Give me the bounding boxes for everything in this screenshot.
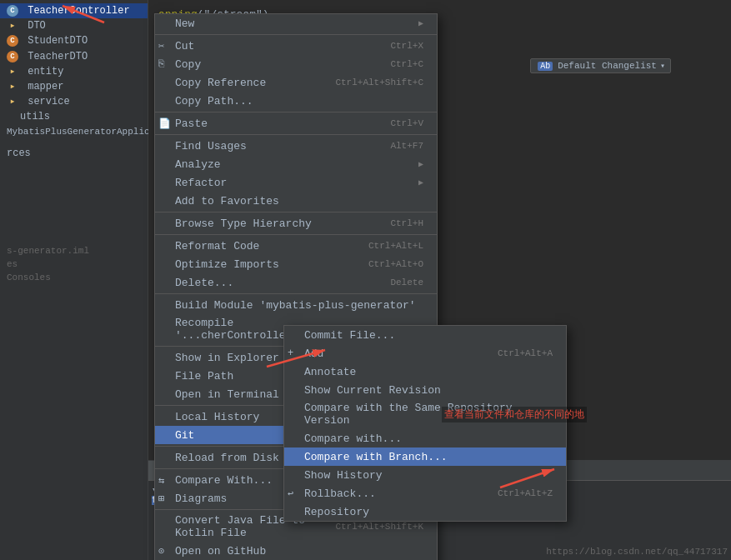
git-menu-show-history[interactable]: Show History — [284, 466, 566, 484]
menu-item-copy[interactable]: ⎘ Copy Ctrl+C — [155, 55, 437, 73]
class-icon: C — [7, 5, 18, 17]
menu-label: Annotate — [304, 366, 356, 378]
menu-item-copy-reference[interactable]: Copy Reference Ctrl+Alt+Shift+C — [155, 73, 437, 92]
shortcut: Ctrl+H — [370, 218, 423, 228]
default-changelist-widget[interactable]: Ab Default Changelist ▾ — [530, 58, 671, 73]
menu-label: Diagrams — [175, 492, 227, 505]
sidebar-item-utils[interactable]: utils — [0, 109, 148, 124]
menu-item-delete[interactable]: Delete... Delete — [155, 273, 437, 292]
sidebar-item-mybatis[interactable]: MybatisPlusGeneratorApplicati — [0, 124, 148, 139]
submenu-arrow: ▶ — [418, 18, 423, 28]
menu-label: Copy — [175, 58, 201, 71]
menu-item-add-favorites[interactable]: Add to Favorites — [155, 192, 437, 210]
menu-item-open-github[interactable]: ⊙ Open on GitHub — [155, 542, 437, 560]
folder-icon: ▸ — [7, 81, 18, 92]
sidebar-item-mapper[interactable]: ▸ mapper — [0, 79, 148, 94]
sidebar-item-teacher-controller[interactable]: C TeacherController — [0, 3, 148, 18]
shortcut: Ctrl+Alt+O — [348, 259, 423, 269]
submenu-arrow: ▶ — [418, 178, 423, 188]
git-menu-compare-same-repo[interactable]: Compare with the Same Repository Version — [284, 399, 566, 429]
ab-badge: Ab — [538, 62, 553, 71]
sidebar-item-entity[interactable]: ▸ entity — [0, 64, 148, 79]
menu-label: Reformat Code — [175, 240, 259, 252]
git-menu-compare-branch[interactable]: Compare with Branch... — [284, 448, 566, 466]
sidebar-iml: s-generator.iml — [0, 244, 148, 258]
menu-label: Compare with the Same Repository Version — [304, 402, 553, 427]
class-icon: C — [7, 51, 18, 62]
shortcut: Ctrl+Alt+Shift+K — [315, 522, 423, 532]
git-menu-show-current[interactable]: Show Current Revision — [284, 381, 566, 399]
menu-item-build-module[interactable]: Build Module 'mybatis-plus-generator' — [155, 296, 437, 314]
menu-item-new[interactable]: New ▶ — [155, 14, 437, 32]
menu-label: Find Usages — [175, 140, 247, 152]
menu-label: Refactor — [175, 177, 227, 189]
git-menu-annotate[interactable]: Annotate — [284, 362, 566, 381]
git-menu-add[interactable]: + Add Ctrl+Alt+A — [284, 344, 566, 362]
menu-item-optimize-imports[interactable]: Optimize Imports Ctrl+Alt+O — [155, 255, 437, 273]
menu-label: Analyze — [175, 158, 221, 171]
dropdown-arrow: ▾ — [660, 61, 665, 71]
menu-item-copy-path[interactable]: Copy Path... — [155, 92, 437, 110]
menu-item-find-usages[interactable]: Find Usages Alt+F7 — [155, 137, 437, 155]
sidebar-item-dto[interactable]: ▸ DTO — [0, 18, 148, 33]
menu-item-paste[interactable]: 📄 Paste Ctrl+V — [155, 114, 437, 132]
menu-label: New — [175, 18, 194, 30]
menu-label: Optimize Imports — [175, 258, 279, 271]
changelist-label: Default Changelist — [558, 61, 657, 71]
menu-label: Copy Reference — [175, 77, 266, 89]
menu-item-cut[interactable]: ✂ Cut Ctrl+X — [155, 37, 437, 55]
project-sidebar: C TeacherController ▸ DTO C StudentDTO C… — [0, 0, 148, 560]
menu-label: Show in Explorer — [175, 352, 279, 364]
separator-3 — [155, 134, 437, 135]
menu-label: Compare with Branch... — [304, 451, 448, 463]
separator-1 — [155, 34, 437, 35]
shortcut: Delete — [370, 278, 423, 288]
menu-label: Add to Favorites — [175, 195, 279, 208]
menu-item-browse-hierarchy[interactable]: Browse Type Hierarchy Ctrl+H — [155, 214, 437, 232]
shortcut: Ctrl+Alt+A — [478, 348, 553, 358]
submenu-arrow: ▶ — [418, 159, 423, 169]
class-icon: C — [7, 35, 18, 47]
shortcut: Ctrl+Alt+L — [348, 241, 423, 251]
menu-label: Show Current Revision — [304, 384, 441, 397]
menu-label: Add — [304, 348, 323, 360]
cut-icon: ✂ — [158, 40, 164, 52]
menu-label: Reload from Disk — [175, 452, 279, 464]
sidebar-es: es — [0, 258, 148, 271]
git-submenu: Commit File... + Add Ctrl+Alt+A Annotate… — [283, 325, 567, 522]
menu-item-analyze[interactable]: Analyze ▶ — [155, 155, 437, 173]
menu-label: Local History — [175, 411, 259, 423]
git-menu-commit[interactable]: Commit File... — [284, 326, 566, 344]
shortcut: Ctrl+Alt+Z — [478, 488, 553, 498]
paste-icon: 📄 — [158, 118, 171, 130]
git-menu-compare-with[interactable]: Compare with... — [284, 429, 566, 448]
git-menu-rollback[interactable]: ↩ Rollback... Ctrl+Alt+Z — [284, 484, 566, 502]
menu-label: Commit File... — [304, 329, 395, 342]
shortcut: Ctrl+X — [370, 41, 423, 51]
sidebar-item-student-dto[interactable]: C StudentDTO — [0, 33, 148, 48]
sidebar-consoles: Consoles — [0, 271, 148, 284]
compare-icon: ⇆ — [158, 474, 164, 487]
git-menu-repository[interactable]: Repository — [284, 502, 566, 521]
copy-icon: ⎘ — [158, 58, 164, 70]
menu-label: Delete... — [175, 277, 233, 289]
diagram-icon: ⊞ — [158, 492, 164, 505]
folder-icon: ▸ — [7, 96, 18, 108]
menu-label: Open in Terminal — [175, 388, 279, 401]
github-icon: ⊙ — [158, 545, 164, 558]
shortcut: Ctrl+C — [370, 59, 423, 69]
separator-4 — [155, 212, 437, 212]
menu-label: File Path — [175, 370, 233, 382]
menu-item-refactor[interactable]: Refactor ▶ — [155, 173, 437, 192]
sidebar-item-service[interactable]: ▸ service — [0, 94, 148, 109]
menu-label: Copy Path... — [175, 95, 253, 108]
watermark: https://blog.csdn.net/qq_44717317 — [546, 547, 728, 557]
menu-label: Git — [175, 429, 194, 442]
shortcut: Ctrl+V — [370, 118, 423, 128]
separator-2 — [155, 112, 437, 112]
sidebar-item-teacher-dto[interactable]: C TeacherDTO — [0, 49, 148, 64]
shortcut: Ctrl+Alt+Shift+C — [315, 78, 423, 88]
sidebar-item-rces: rces — [0, 146, 148, 161]
menu-item-reformat[interactable]: Reformat Code Ctrl+Alt+L — [155, 237, 437, 255]
menu-label: Repository — [304, 506, 369, 518]
